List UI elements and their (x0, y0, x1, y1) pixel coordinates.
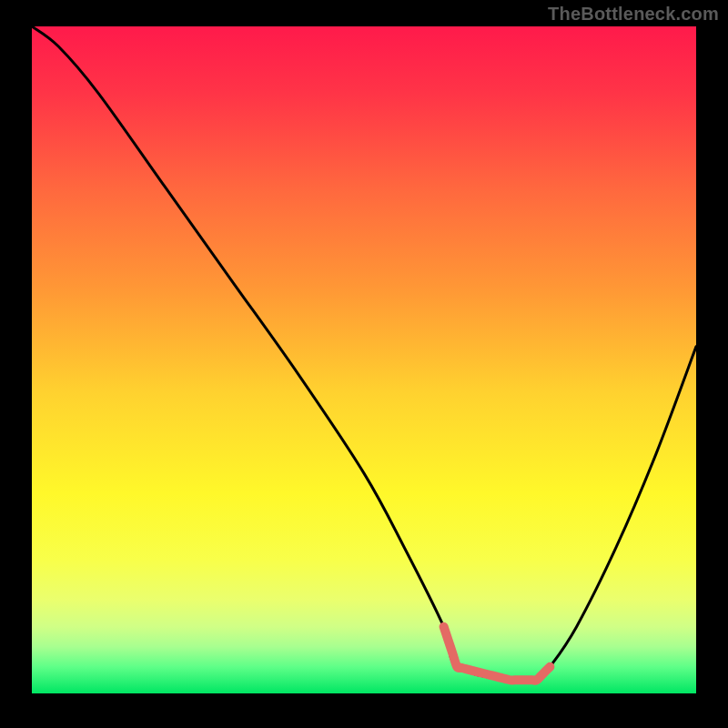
plot-area (32, 26, 696, 693)
watermark-text: TheBottleneck.com (548, 4, 719, 25)
chart-svg (32, 26, 696, 693)
chart-frame: TheBottleneck.com (0, 0, 728, 728)
gradient-background (32, 26, 696, 693)
